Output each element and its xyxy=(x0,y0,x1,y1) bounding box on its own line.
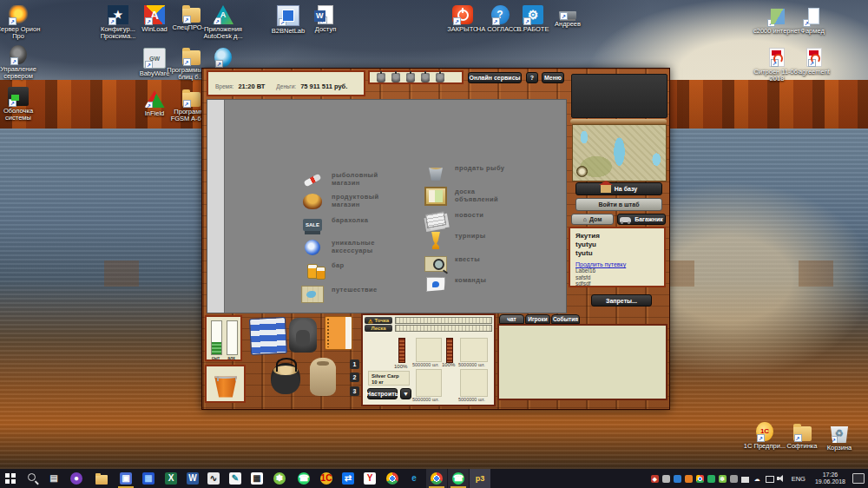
rod-slot-3[interactable]: 3 xyxy=(350,386,359,396)
configure-button[interactable]: Настроить xyxy=(367,388,398,399)
tray-chrome-tray-icon[interactable] xyxy=(696,475,704,483)
bucket-panel[interactable] xyxy=(205,365,246,403)
question-icon: ?↗ xyxy=(491,5,510,24)
bait-slot-2[interactable] xyxy=(460,338,488,362)
desktop-icon-andreev[interactable]: ↗Андреев xyxy=(543,5,592,28)
rod-icon[interactable] xyxy=(436,73,444,82)
taskbar-whatsapp[interactable]: ☎ xyxy=(293,469,314,488)
menu-item-flea-market[interactable]: SALEбарахолка xyxy=(301,214,397,235)
tackle-box[interactable] xyxy=(249,317,287,355)
rod-icon[interactable] xyxy=(406,73,415,82)
tray-printer-icon[interactable] xyxy=(662,475,670,483)
menu-item-sell-fish[interactable]: продать рыбу xyxy=(424,162,515,183)
sell-fish-icon xyxy=(424,162,447,183)
menu-item-bar[interactable]: бар xyxy=(301,260,397,280)
taskbar-yandex[interactable]: Y xyxy=(359,469,380,488)
menu-item-travel[interactable]: путешествие xyxy=(301,284,397,305)
minimap[interactable] xyxy=(572,124,667,181)
dropdown-button[interactable]: ▼ xyxy=(400,388,411,399)
bait-slot-3[interactable] xyxy=(416,369,442,397)
menu-item-teams[interactable]: команды xyxy=(424,274,515,295)
menu-item-news[interactable]: новости xyxy=(424,209,515,230)
menu-item-fishing-shop[interactable]: рыболовный магазин xyxy=(301,169,397,190)
taskbar-save-app[interactable]: ▣ xyxy=(115,469,136,488)
shortcut-arrow-icon: ↗ xyxy=(794,434,802,442)
shortcut-arrow-icon: ↗ xyxy=(492,17,500,25)
desktop-icon-farmed[interactable]: ↗Фармед xyxy=(788,7,837,35)
tab-events[interactable]: События xyxy=(551,314,580,324)
taskbar-calculator[interactable]: ▦ xyxy=(247,469,267,488)
bait-slot-4[interactable] xyxy=(460,369,488,397)
bait-slot-1[interactable] xyxy=(416,338,442,362)
menu-item-quests[interactable]: квесты xyxy=(424,254,515,274)
tab-chat[interactable]: чат xyxy=(499,314,524,324)
taskbar-chrome[interactable] xyxy=(382,469,403,488)
taskbar-start[interactable] xyxy=(0,469,21,488)
desktop-icon-system-shell[interactable]: ↗Оболочка системы xyxy=(0,87,43,122)
tray-usb-icon[interactable] xyxy=(730,475,738,483)
tray-antivirus-icon[interactable]: ◆ xyxy=(651,475,659,483)
notification-center-icon[interactable] xyxy=(852,473,865,484)
taskbar-edge[interactable]: e xyxy=(404,469,424,488)
tray-network-icon[interactable] xyxy=(765,475,773,482)
tray-cloud-icon[interactable]: ☁ xyxy=(753,475,761,483)
taskbar-game-browser[interactable] xyxy=(426,469,447,488)
taskbar-task-view[interactable]: ▤ xyxy=(43,469,64,488)
rod-slot-1[interactable]: 1 xyxy=(350,359,359,369)
to-base-button[interactable]: На базу xyxy=(575,182,662,195)
desktop-icon-server-orion[interactable]: ↗Сервер Орион Про xyxy=(0,5,43,40)
rod-icon[interactable] xyxy=(391,73,400,82)
taskbar-search[interactable] xyxy=(23,469,43,488)
rod-icon[interactable] xyxy=(421,73,430,82)
tray-blue-tool-icon[interactable] xyxy=(674,475,681,483)
cooking-pot[interactable] xyxy=(271,363,300,394)
online-services-button[interactable]: Онлайн сервисы xyxy=(468,72,522,83)
rod-icon[interactable] xyxy=(377,73,385,82)
winload-icon: A↗ xyxy=(144,5,165,24)
taskbar-icq[interactable]: ✽ xyxy=(269,469,290,488)
sack[interactable] xyxy=(310,358,336,396)
menu-item-grocery-shop[interactable]: продуктовый магазин xyxy=(301,191,397,212)
taskbar-explorer[interactable] xyxy=(91,469,112,488)
bans-button[interactable]: Запреты... xyxy=(591,294,652,307)
help-button[interactable]: ? xyxy=(526,72,538,83)
taskbar-curve-app[interactable]: ∿ xyxy=(203,469,224,488)
trunk-button[interactable]: Багажник xyxy=(617,214,666,225)
tray-green-app-icon[interactable] xyxy=(707,475,715,483)
menu-item-bulletin-board[interactable]: доска объявлений xyxy=(424,186,515,207)
menu-item-unique-accessories[interactable]: уникальные аксессуары xyxy=(301,237,397,258)
tray-icq-tray-icon[interactable]: ✽ xyxy=(719,475,727,483)
desktop-icon-agreement[interactable]: ↗agreement xyxy=(790,48,838,76)
chat-messages-area[interactable] xyxy=(497,324,667,400)
menu-button[interactable]: Меню xyxy=(542,72,564,83)
rod-slot-2[interactable]: 2 xyxy=(350,373,359,382)
extend-ticket-link[interactable]: Продлить путевку xyxy=(575,261,659,267)
taskbar-one-c[interactable]: 1С xyxy=(316,469,337,488)
taskbar-excel[interactable]: X xyxy=(161,469,181,488)
taskbar-blue-app[interactable]: ▦ xyxy=(138,469,159,488)
tray-battery-icon[interactable] xyxy=(741,475,750,482)
tab-players[interactable]: Игроки xyxy=(525,314,550,324)
taskbar-notepad[interactable]: ✎ xyxy=(225,469,246,488)
tray-volume-icon[interactable] xyxy=(777,475,786,482)
clock[interactable]: 17:26 19.06.2018 xyxy=(815,472,845,485)
desktop-icon-server-control[interactable]: ↗Управление сервером xyxy=(0,45,43,80)
home-button[interactable]: ⌂ Дом xyxy=(571,214,614,225)
desktop-icon-autodesk-apps[interactable]: A↗Приложения AutoDesk д... xyxy=(199,5,247,40)
taskbar-word[interactable]: W xyxy=(182,469,203,488)
menu-item-tournaments[interactable]: турниры xyxy=(424,230,515,251)
desktop-icon-dostup[interactable]: W↗Доступ xyxy=(301,5,350,33)
bucket-icon xyxy=(214,372,238,398)
notebook[interactable] xyxy=(325,316,352,350)
backpack[interactable] xyxy=(289,318,317,353)
taskbar-rp3[interactable]: р3 xyxy=(470,469,490,488)
knob-icon: ↗ xyxy=(10,45,27,64)
desktop-icon-korzina[interactable]: ♻↗Корзина xyxy=(815,424,864,452)
taskbar-cortana[interactable]: ● xyxy=(66,469,87,488)
taskbar-teamviewer[interactable]: ⇄ xyxy=(338,469,358,488)
language-indicator[interactable]: ENG xyxy=(792,475,806,483)
taskbar-whatsapp-2[interactable]: ☎ xyxy=(448,469,469,488)
tray-tiles-app-icon[interactable] xyxy=(685,475,693,483)
menu-item-label: доска объявлений xyxy=(455,186,512,203)
enter-hq-button[interactable]: Войти в штаб xyxy=(575,198,662,211)
